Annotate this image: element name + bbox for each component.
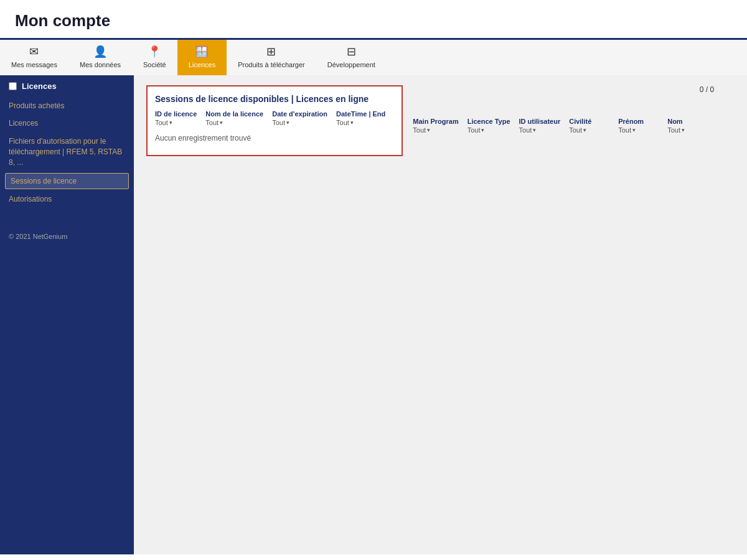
tab-developpement-label: Développement [327,61,375,68]
col-id-utilisateur-header: ID utilisateur [519,118,561,125]
sessions-table: Sessions de licence disponibles | Licenc… [146,85,403,156]
col-civilite-header: Civilité [569,118,609,125]
tab-licences[interactable]: 🪟 Licences [177,40,227,75]
sidebar-item-autorisations[interactable]: Autorisations [0,190,134,208]
developpement-icon: ⊟ [347,45,356,58]
page-title: Mon compte [0,0,747,38]
top-navigation: ✉ Mes messages 👤 Mes données 📍 Société 🪟… [0,38,747,75]
tab-developpement[interactable]: ⊟ Développement [316,40,387,75]
sidebar-footer: © 2021 NetGenium [0,208,134,248]
chevron-down-icon: ▾ [583,127,586,133]
col-nom-filter[interactable]: Tout ▾ [667,126,708,134]
sidebar-header: Licences [0,75,134,97]
col-main-program: Main Program Tout ▾ [413,118,458,134]
sidebar-item-licences[interactable]: Licences [0,114,134,132]
table-columns-left: ID de licence Tout ▾ Nom de la licence T… [155,110,394,126]
col-id-licence: ID de licence Tout ▾ [155,110,197,126]
col-civilite-filter[interactable]: Tout ▾ [569,126,609,134]
sidebar-item-fichiers-autorisation[interactable]: Fichiers d'autorisation pour le téléchar… [0,132,134,172]
col-civilite: Civilité Tout ▾ [569,118,609,134]
chevron-down-icon: ▾ [632,127,636,133]
content-area: Licences Produits achetés Licences Fichi… [0,75,747,554]
col-prenom-filter[interactable]: Tout ▾ [618,126,659,134]
record-count: 0 / 0 [700,85,714,94]
sidebar-checkbox[interactable] [9,82,17,90]
col-nom-licence-header: Nom de la licence [205,110,263,118]
chevron-down-icon: ▾ [682,127,685,133]
col-id-licence-filter[interactable]: Tout ▾ [155,119,197,126]
right-columns-area: 0 / 0 Main Program Tout ▾ Licence Type T… [413,85,716,134]
messages-icon: ✉ [29,45,39,58]
sidebar-item-sessions-licence[interactable]: Sessions de licence [5,173,129,189]
table-title: Sessions de licence disponibles | Licenc… [155,94,394,104]
sidebar-header-label: Licences [22,82,57,91]
col-id-licence-header: ID de licence [155,110,197,118]
col-nom-licence: Nom de la licence Tout ▾ [205,110,263,126]
col-datetime-end-filter[interactable]: Tout ▾ [336,119,385,126]
tab-messages-label: Mes messages [11,61,57,68]
chevron-down-icon: ▾ [220,119,223,126]
tab-societe-label: Société [143,61,166,68]
col-date-expiration: Date d'expiration Tout ▾ [272,110,327,126]
col-date-expiration-filter[interactable]: Tout ▾ [272,119,327,126]
tab-donnees[interactable]: 👤 Mes données [68,40,132,75]
col-nom: Nom Tout ▾ [667,118,708,134]
chevron-down-icon: ▾ [169,119,172,126]
chevron-down-icon: ▾ [427,127,430,133]
right-columns-header: Main Program Tout ▾ Licence Type Tout ▾ [413,118,716,134]
col-nom-licence-filter[interactable]: Tout ▾ [205,119,263,126]
tab-produits[interactable]: ⊞ Produits à télécharger [227,40,316,75]
col-id-utilisateur-filter[interactable]: Tout ▾ [519,126,561,134]
no-records-message: Aucun enregistrement trouvé [155,129,394,147]
col-date-expiration-header: Date d'expiration [272,110,327,118]
chevron-down-icon: ▾ [533,127,536,133]
col-licence-type-filter[interactable]: Tout ▾ [467,126,510,134]
col-main-program-header: Main Program [413,118,458,125]
col-id-utilisateur: ID utilisateur Tout ▾ [519,118,561,134]
tab-produits-label: Produits à télécharger [238,61,305,68]
produits-icon: ⊞ [266,45,276,58]
col-prenom-header: Prénom [618,118,659,125]
col-licence-type: Licence Type Tout ▾ [467,118,510,134]
licences-icon: 🪟 [195,45,209,58]
col-datetime-end-header: DateTime | End [336,110,385,118]
sidebar: Licences Produits achetés Licences Fichi… [0,75,134,554]
col-datetime-end: DateTime | End Tout ▾ [336,110,385,126]
chevron-down-icon: ▾ [350,119,354,126]
donnees-icon: 👤 [93,45,107,58]
chevron-down-icon: ▾ [481,127,484,133]
societe-icon: 📍 [148,45,161,58]
col-main-program-filter[interactable]: Tout ▾ [413,126,458,134]
tab-donnees-label: Mes données [80,61,121,68]
col-nom-header: Nom [667,118,708,125]
col-licence-type-header: Licence Type [467,118,510,125]
chevron-down-icon: ▾ [286,119,289,126]
tab-licences-label: Licences [189,61,215,68]
main-content: Sessions de licence disponibles | Licenc… [134,75,747,554]
tab-messages[interactable]: ✉ Mes messages [0,40,68,75]
tab-societe[interactable]: 📍 Société [132,40,177,75]
col-prenom: Prénom Tout ▾ [618,118,659,134]
sidebar-item-produits-achetes[interactable]: Produits achetés [0,97,134,114]
